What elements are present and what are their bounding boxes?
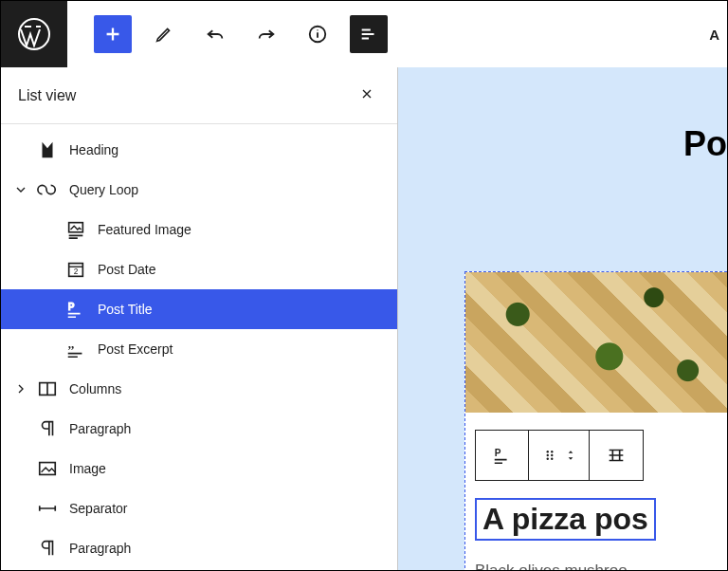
block-type-button[interactable] — [476, 431, 529, 480]
columns-icon — [37, 378, 58, 399]
panel-title: List view — [18, 87, 76, 104]
tree-label: Post Date — [98, 262, 155, 277]
paragraph-icon — [37, 538, 58, 559]
add-block-button[interactable] — [94, 15, 132, 53]
details-button[interactable] — [299, 15, 337, 53]
block-toolbar — [475, 430, 644, 481]
post-title-icon — [65, 299, 86, 320]
pencil-icon — [154, 24, 174, 45]
tree-label: Paragraph — [69, 541, 131, 556]
edit-tools-button[interactable] — [145, 15, 183, 53]
image-icon — [37, 458, 58, 479]
tree-item-post-excerpt[interactable]: Post Excerpt — [1, 329, 397, 369]
wordpress-logo[interactable] — [1, 1, 67, 67]
tree-label: Post Title — [98, 302, 153, 317]
post-excerpt-icon — [65, 339, 86, 359]
post-date-icon — [65, 259, 86, 280]
listview-icon — [358, 24, 379, 45]
separator-icon — [37, 498, 58, 519]
tree-label: Paragraph — [69, 421, 131, 436]
redo-icon — [256, 24, 277, 45]
tree-item-post-date[interactable]: Post Date — [1, 249, 397, 289]
drag-icon — [541, 447, 558, 464]
tree-label: Post Excerpt — [98, 341, 173, 357]
tree-label: Heading — [69, 142, 118, 157]
toolbar-right-label: A — [709, 27, 727, 43]
plus-icon — [102, 24, 123, 45]
page-title: Po — [683, 124, 727, 164]
close-panel-button[interactable] — [354, 79, 380, 112]
editor-canvas[interactable]: Po A pizza pos Black olives mushroo garl… — [398, 67, 727, 571]
redo-button[interactable] — [247, 15, 285, 53]
loop-icon — [37, 179, 58, 200]
post-title-icon — [492, 445, 513, 466]
tree-item-separator[interactable]: Separator — [1, 488, 397, 528]
query-loop-preview[interactable]: A pizza pos Black olives mushroo garlic … — [464, 271, 727, 571]
tree-label: Columns — [69, 381, 121, 396]
close-icon — [359, 86, 374, 101]
heading-icon — [37, 139, 58, 160]
tree-item-image[interactable]: Image — [1, 449, 397, 488]
tree-label: Featured Image — [98, 222, 191, 237]
post-title-block[interactable]: A pizza pos — [475, 498, 656, 541]
tree-label: Query Loop — [69, 182, 138, 197]
featured-image-preview[interactable] — [465, 272, 727, 413]
tree-item-paragraph-2[interactable]: Paragraph — [1, 528, 397, 568]
chevron-right-icon — [13, 381, 28, 396]
tree-label: Image — [69, 461, 106, 476]
chevron-down-icon — [13, 182, 28, 197]
align-button[interactable] — [590, 431, 643, 480]
tree-item-heading[interactable]: Heading — [1, 130, 397, 170]
tree-item-query-loop[interactable]: Query Loop — [1, 170, 397, 210]
undo-icon — [205, 24, 226, 45]
info-icon — [307, 24, 328, 45]
tree-label: Separator — [69, 501, 127, 516]
tree-item-post-title[interactable]: Post Title — [1, 289, 397, 329]
paragraph-icon — [37, 418, 58, 439]
post-excerpt-block[interactable]: Black olives mushroo garlic parmesan, th… — [475, 558, 727, 571]
listview-toggle-button[interactable] — [350, 15, 388, 53]
tree-item-paragraph[interactable]: Paragraph — [1, 409, 397, 449]
tree-item-featured-image[interactable]: Featured Image — [1, 210, 397, 249]
tree-item-columns[interactable]: Columns — [1, 369, 397, 409]
featured-image-icon — [65, 219, 86, 240]
move-updown-icon — [564, 445, 577, 466]
undo-button[interactable] — [196, 15, 234, 53]
listview-panel: List view Heading Query Loop Featured Im… — [1, 67, 398, 571]
align-icon — [606, 445, 627, 466]
drag-move-controls[interactable] — [529, 431, 590, 480]
